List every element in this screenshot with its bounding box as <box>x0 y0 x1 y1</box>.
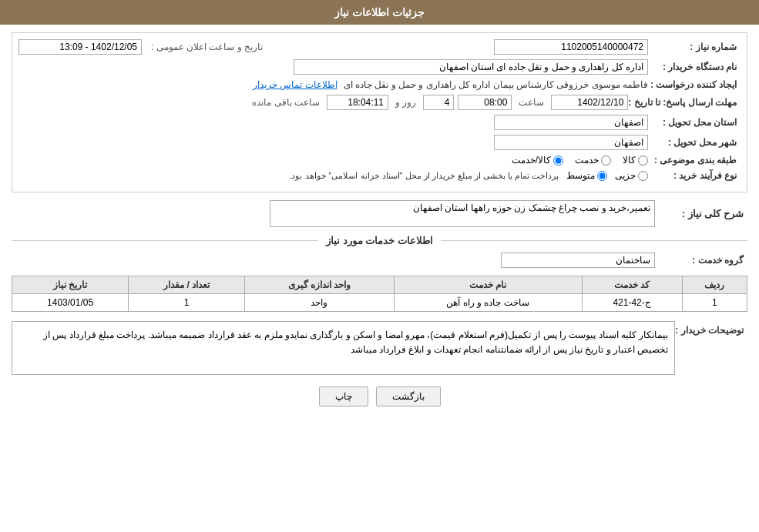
back-button[interactable]: بازگشت <box>376 386 441 407</box>
delivery-city-row: شهر محل تحویل : اصفهان <box>18 135 741 150</box>
need-number-input[interactable]: 1102005140000472 <box>494 39 648 55</box>
description-input: تعمیر،خرید و نصب چراغ چشمک زن حوزه راهها… <box>270 200 655 227</box>
page-header: جزئیات اطلاعات نیاز <box>0 0 759 25</box>
services-section: ردیف کد خدمت نام خدمت واحد اندازه گیری ت… <box>12 276 747 312</box>
table-row: 1ج-42-421ساخت جاده و راه آهنواحد11403/01… <box>12 294 747 312</box>
form-section: شماره نیاز : 1102005140000472 تاریخ و سا… <box>12 32 747 192</box>
services-table-body: 1ج-42-421ساخت جاده و راه آهنواحد11403/01… <box>12 294 747 312</box>
buyer-notes-row: توضیحات خریدار : بیمانکار کلیه اسناد پیو… <box>12 321 747 375</box>
need-number-row: شماره نیاز : 1102005140000472 تاریخ و سا… <box>18 39 741 55</box>
delivery-city-value-cell: اصفهان <box>18 135 648 150</box>
delivery-province-row: استان محل تحویل : اصفهان <box>18 115 741 130</box>
delivery-city-input: اصفهان <box>494 135 648 150</box>
services-info-title: اطلاعات خدمات مورد نیاز <box>326 235 433 246</box>
category-radio-kala[interactable] <box>638 156 648 166</box>
need-number-value-cell: 1102005140000472 <box>281 39 648 55</box>
response-deadline-value-cell: 1402/12/10 ساعت 08:00 4 روز و 18:04:11 س… <box>18 95 628 110</box>
process-type-row: نوع فرآیند خرید : جزیی متوسط پرداخت تمام… <box>18 170 741 181</box>
process-label-jozi: جزیی <box>615 170 636 181</box>
service-group-label: گروه خدمت : <box>655 255 747 266</box>
creator-row: ایجاد کننده درخواست : فاطمه موسوی خرزوقی… <box>18 79 741 90</box>
services-table: ردیف کد خدمت نام خدمت واحد اندازه گیری ت… <box>12 276 747 312</box>
category-radio-kala-khedmat[interactable] <box>553 156 563 166</box>
response-time-label: ساعت <box>519 97 544 108</box>
process-radio-motavaset[interactable] <box>597 171 607 181</box>
remaining-time-label: ساعت باقی مانده <box>252 97 320 108</box>
buyer-org-row: نام دستگاه خریدار : اداره کل راهداری و ح… <box>18 59 741 75</box>
response-deadline-label: مهلت ارسال پاسخ: تا تاریخ : <box>628 97 741 108</box>
table-cell-3: واحد <box>245 294 394 312</box>
category-radio-group: کالا خدمت کالا/خدمت <box>512 155 648 166</box>
category-label-khedmat: خدمت <box>575 155 599 166</box>
process-option-motavaset: متوسط <box>566 170 607 181</box>
main-content: شماره نیاز : 1102005140000472 تاریخ و سا… <box>0 25 759 426</box>
response-days-input: 4 <box>423 95 454 110</box>
col-quantity: تعداد / مقدار <box>129 276 245 294</box>
buyer-org-value-cell: اداره کل راهداری و حمل و نقل جاده ای است… <box>18 59 648 75</box>
category-row: طبقه بندی موضوعی : کالا خدمت <box>18 155 741 166</box>
creator-value-cell: فاطمه موسوی خرزوقی کارشناس بیمان اداره ک… <box>18 79 648 90</box>
process-type-label: نوع فرآیند خرید : <box>648 170 741 181</box>
category-option-kala-khedmat: کالا/خدمت <box>512 155 563 166</box>
datetime-row: 1402/12/10 ساعت 08:00 4 روز و 18:04:11 س… <box>249 95 628 110</box>
services-info-title-row: اطلاعات خدمات مورد نیاز <box>12 235 747 246</box>
process-option-jozi: جزیی <box>615 170 648 181</box>
services-table-head: ردیف کد خدمت نام خدمت واحد اندازه گیری ت… <box>12 276 747 294</box>
buyer-org-input: اداره کل راهداری و حمل و نقل جاده ای است… <box>294 59 648 75</box>
col-service-name: نام خدمت <box>394 276 582 294</box>
announce-datetime-input: 1402/12/05 - 13:09 <box>18 39 142 55</box>
creator-value: فاطمه موسوی خرزوقی کارشناس بیمان اداره ک… <box>344 79 648 90</box>
remaining-time-input: 18:04:11 <box>327 95 388 110</box>
category-label-kala: کالا <box>623 155 636 166</box>
col-row-num: ردیف <box>682 276 747 294</box>
description-row: شرح کلی نیاز : تعمیر،خرید و نصب چراغ چشم… <box>12 200 747 227</box>
process-type-group: جزیی متوسط پرداخت تمام یا بخشی از مبلغ خ… <box>289 170 648 181</box>
buyer-notes-container: بیمانکار کلیه اسناد پیوست را پس از تکمیل… <box>12 321 675 375</box>
divider-line-right <box>12 240 318 241</box>
buyer-notes-content: بیمانکار کلیه اسناد پیوست را پس از تکمیل… <box>12 321 675 375</box>
delivery-province-input: اصفهان <box>494 115 648 130</box>
buyer-org-label: نام دستگاه خریدار : <box>648 62 741 72</box>
delivery-province-value-cell: اصفهان <box>18 115 648 130</box>
category-radio-khedmat[interactable] <box>601 156 611 166</box>
col-unit: واحد اندازه گیری <box>245 276 394 294</box>
category-label-kala-khedmat: کالا/خدمت <box>512 155 551 166</box>
col-service-code: کد خدمت <box>582 276 682 294</box>
table-cell-4: 1 <box>129 294 245 312</box>
announce-datetime-group: تاریخ و ساعت اعلان عمومی : 1402/12/05 - … <box>18 39 266 55</box>
table-cell-5: 1403/01/05 <box>12 294 129 312</box>
page-wrapper: جزئیات اطلاعات نیاز شماره نیاز : 1102005… <box>0 0 759 532</box>
print-button[interactable]: چاپ <box>319 386 368 407</box>
divider-line-left <box>441 240 747 241</box>
description-label: شرح کلی نیاز : <box>655 208 747 219</box>
process-type-value-cell: جزیی متوسط پرداخت تمام یا بخشی از مبلغ خ… <box>18 170 648 181</box>
process-label-motavaset: متوسط <box>566 170 595 181</box>
button-row: بازگشت چاپ <box>12 386 747 407</box>
announce-datetime-label: تاریخ و ساعت اعلان عمومی : <box>151 42 263 52</box>
service-group-row: گروه خدمت : ساختمان <box>12 253 747 268</box>
table-cell-1: ج-42-421 <box>582 294 682 312</box>
response-deadline-row: مهلت ارسال پاسخ: تا تاریخ : 1402/12/10 س… <box>18 95 741 110</box>
service-group-input: ساختمان <box>501 253 655 268</box>
process-radio-jozi[interactable] <box>638 171 648 181</box>
description-value-cell: تعمیر،خرید و نصب چراغ چشمک زن حوزه راهها… <box>12 200 655 227</box>
response-time-input: 08:00 <box>458 95 512 110</box>
buyer-notes-label: توضیحات خریدار : <box>675 321 747 336</box>
category-value-cell: کالا خدمت کالا/خدمت <box>18 155 648 166</box>
service-group-value-cell: ساختمان <box>12 253 655 268</box>
table-cell-0: 1 <box>682 294 747 312</box>
table-cell-2: ساخت جاده و راه آهن <box>394 294 582 312</box>
delivery-city-label: شهر محل تحویل : <box>648 137 741 148</box>
delivery-province-label: استان محل تحویل : <box>648 117 741 128</box>
col-date: تاریخ نیاز <box>12 276 129 294</box>
need-number-label: شماره نیاز : <box>648 42 741 52</box>
creator-label: ایجاد کننده درخواست : <box>648 79 741 90</box>
category-option-kala: کالا <box>623 155 648 166</box>
category-option-khedmat: خدمت <box>575 155 611 166</box>
services-table-header-row: ردیف کد خدمت نام خدمت واحد اندازه گیری ت… <box>12 276 747 294</box>
process-note: پرداخت تمام یا بخشی از مبلغ خریدار از مح… <box>289 171 559 181</box>
page-title: جزئیات اطلاعات نیاز <box>334 6 425 18</box>
category-label: طبقه بندی موضوعی : <box>648 155 741 166</box>
response-days-label: روز و <box>395 97 416 108</box>
creator-link[interactable]: اطلاعات تماس خریدار <box>253 79 338 90</box>
